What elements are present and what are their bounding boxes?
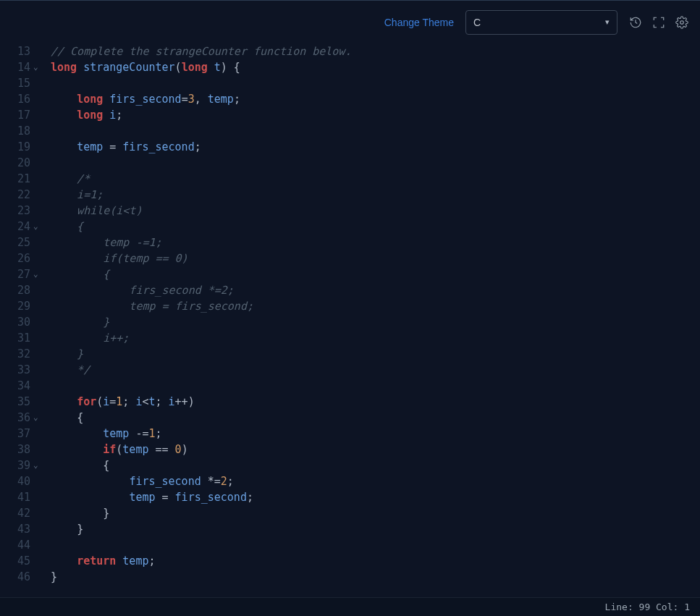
- language-select-value: C: [473, 17, 481, 28]
- line-number: 18: [0, 123, 35, 139]
- gear-icon[interactable]: [675, 16, 688, 29]
- line-number: 13: [0, 43, 35, 59]
- code-line[interactable]: temp -=1;: [51, 426, 700, 442]
- code-line[interactable]: {: [51, 266, 700, 282]
- line-number: 24⌄: [0, 219, 35, 235]
- line-number: 31: [0, 330, 35, 346]
- line-number: 46: [0, 569, 35, 585]
- code-line[interactable]: }: [51, 521, 700, 537]
- code-line[interactable]: /*: [51, 171, 700, 187]
- line-number: 38: [0, 442, 35, 457]
- code-line[interactable]: }: [51, 346, 700, 362]
- fold-toggle-icon[interactable]: ⌄: [33, 457, 43, 473]
- code-line[interactable]: if(temp == 0): [51, 250, 700, 266]
- line-number: 23: [0, 203, 35, 219]
- chevron-down-icon: ▾: [605, 17, 610, 27]
- code-line[interactable]: }: [51, 505, 700, 521]
- code-line[interactable]: {: [51, 219, 700, 235]
- line-number: 32: [0, 346, 35, 362]
- cursor-position: Line: 99 Col: 1: [605, 602, 690, 612]
- code-line[interactable]: {: [51, 457, 700, 473]
- line-number: 35: [0, 394, 35, 410]
- fold-toggle-icon[interactable]: ⌄: [33, 219, 43, 235]
- line-number: 42: [0, 505, 35, 521]
- fullscreen-icon[interactable]: [652, 16, 665, 29]
- line-number: 17: [0, 107, 35, 123]
- code-line[interactable]: [51, 378, 700, 394]
- fold-toggle-icon[interactable]: ⌄: [33, 59, 43, 75]
- code-line[interactable]: [51, 123, 700, 139]
- code-line[interactable]: [51, 75, 700, 91]
- code-line[interactable]: for(i=1; i<t; i++): [51, 394, 700, 410]
- line-number: 28: [0, 282, 35, 298]
- statusbar: Line: 99 Col: 1: [0, 597, 700, 616]
- line-number: 14⌄: [0, 59, 35, 75]
- code-line[interactable]: while(i<t): [51, 203, 700, 219]
- fold-toggle-icon[interactable]: ⌄: [33, 266, 43, 282]
- line-number: 33: [0, 362, 35, 378]
- line-number: 25: [0, 235, 35, 250]
- tool-icons: [629, 16, 688, 29]
- code-line[interactable]: long firs_second=3, temp;: [51, 91, 700, 107]
- line-number: 20: [0, 155, 35, 171]
- toolbar: Change Theme C ▾: [0, 0, 700, 43]
- line-number: 34: [0, 378, 35, 394]
- line-number: 27⌄: [0, 266, 35, 282]
- code-line[interactable]: i=1;: [51, 187, 700, 203]
- code-line[interactable]: firs_second *=2;: [51, 473, 700, 489]
- gutter: 1314⌄15161718192021222324⌄252627⌄2829303…: [0, 43, 35, 597]
- line-number: 36⌄: [0, 410, 35, 426]
- history-icon[interactable]: [629, 16, 642, 29]
- code-editor[interactable]: 1314⌄15161718192021222324⌄252627⌄2829303…: [0, 43, 700, 597]
- line-number: 37: [0, 426, 35, 442]
- code-line[interactable]: [51, 155, 700, 171]
- line-number: 40: [0, 473, 35, 489]
- code-line[interactable]: temp = firs_second;: [51, 139, 700, 155]
- code-line[interactable]: temp = firs_second;: [51, 298, 700, 314]
- code-line[interactable]: temp -=1;: [51, 235, 700, 250]
- language-select[interactable]: C ▾: [465, 10, 617, 35]
- code-line[interactable]: long i;: [51, 107, 700, 123]
- svg-point-0: [680, 20, 684, 24]
- line-number: 19: [0, 139, 35, 155]
- line-number: 39⌄: [0, 457, 35, 473]
- line-number: 29: [0, 298, 35, 314]
- code-line[interactable]: {: [51, 410, 700, 426]
- line-number: 22: [0, 187, 35, 203]
- line-number: 44: [0, 537, 35, 553]
- code-area[interactable]: // Complete the strangeCounter function …: [35, 43, 700, 597]
- line-number: 15: [0, 75, 35, 91]
- code-line[interactable]: temp = firs_second;: [51, 489, 700, 505]
- code-line[interactable]: */: [51, 362, 700, 378]
- code-line[interactable]: i++;: [51, 330, 700, 346]
- code-line[interactable]: }: [51, 569, 700, 585]
- change-theme-link[interactable]: Change Theme: [384, 17, 454, 28]
- line-number: 21: [0, 171, 35, 187]
- line-number: 16: [0, 91, 35, 107]
- code-line[interactable]: if(temp == 0): [51, 442, 700, 457]
- line-number: 45: [0, 553, 35, 569]
- code-line[interactable]: long strangeCounter(long t) {: [51, 59, 700, 75]
- code-line[interactable]: }: [51, 314, 700, 330]
- fold-toggle-icon[interactable]: ⌄: [33, 410, 43, 426]
- code-line[interactable]: return temp;: [51, 553, 700, 569]
- line-number: 43: [0, 521, 35, 537]
- code-line[interactable]: firs_second *=2;: [51, 282, 700, 298]
- line-number: 30: [0, 314, 35, 330]
- line-number: 41: [0, 489, 35, 505]
- code-line[interactable]: [51, 537, 700, 553]
- line-number: 26: [0, 250, 35, 266]
- code-line[interactable]: // Complete the strangeCounter function …: [51, 43, 700, 59]
